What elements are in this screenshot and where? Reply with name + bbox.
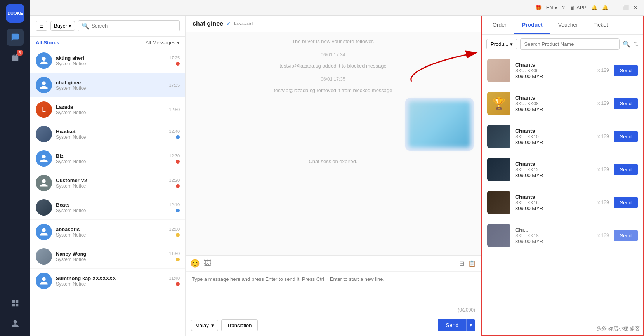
chat-item-time: 12:00 — [169, 227, 180, 232]
lang-selector[interactable]: EN ▾ — [546, 5, 557, 10]
buyer-filter-btn[interactable]: Buyer ▾ — [50, 21, 75, 31]
unread-badge — [176, 258, 180, 261]
chat-list-item[interactable]: L Lazada System Notice 12:50 — [30, 97, 185, 122]
chat-list-item[interactable]: Biz System Notice 12:30 — [30, 146, 185, 171]
send-arrow-btn[interactable]: ▾ — [466, 319, 475, 331]
product-item: Chiants SKU: KK10 309.00 MYR x 129 Send — [482, 120, 643, 153]
maximize-btn[interactable]: ⬜ — [623, 5, 629, 10]
product-item: Chiants SKU: KK12 309.00 MYR x 129 Send — [482, 153, 643, 186]
all-stores-label[interactable]: All Stores — [36, 40, 59, 45]
send-btn-group: Send ▾ — [438, 319, 475, 331]
chat-input-area: 😊 🖼 ⊞ 📋 (0/2000) Malay ▾ Translati — [186, 255, 481, 336]
gift-icon-topbar[interactable]: 🎁 — [535, 5, 542, 10]
product-name: Chiants — [515, 95, 593, 101]
product-image — [487, 59, 510, 82]
menu-icon-btn[interactable]: ☰ — [36, 21, 47, 31]
image-icon[interactable]: 🖼 — [204, 259, 212, 268]
template-icon[interactable]: ⊞ — [459, 260, 464, 267]
chat-list-item[interactable]: Beats System Notice 12:10 — [30, 195, 185, 220]
chat-item-preview: System Notice — [56, 85, 165, 91]
product-price: 309.00 MYR — [515, 239, 593, 244]
sidebar-icon-chat[interactable] — [7, 29, 24, 46]
tab-order[interactable]: Order — [485, 16, 514, 34]
top-bar: 🎁 EN ▾ ? 🖥 APP 🔔 🔔 — ⬜ ✕ — [30, 0, 644, 16]
product-send-btn[interactable]: Send — [614, 98, 638, 109]
avatar — [36, 224, 52, 240]
tab-product[interactable]: Product — [514, 16, 550, 34]
app-logo[interactable]: DUOKE — [6, 4, 24, 23]
product-item: Chiants SKU: KK16 309.00 MYR x 129 Send — [482, 186, 643, 219]
close-btn[interactable]: ✕ — [634, 5, 638, 10]
note-icon[interactable]: 📋 — [468, 260, 476, 267]
chat-item-name: akting aheri — [56, 55, 165, 61]
search-icon-product[interactable]: 🔍 — [623, 40, 630, 48]
chat-item-name: abbasoris — [56, 226, 165, 232]
chat-list-item[interactable]: akting aheri System Notice 17:25 — [30, 49, 185, 73]
chat-list-item[interactable]: chat ginee System Notice 17:35 — [30, 73, 185, 97]
panels-container: ☰ Buyer ▾ 🔍 All Stores All Messages ▾ — [30, 16, 644, 336]
notification-icon[interactable]: 🔔 — [602, 5, 608, 10]
chat-list-item[interactable]: Nancy Wong System Notice 11:50 — [30, 244, 185, 269]
sidebar-icon-shop[interactable]: 6 — [7, 49, 24, 66]
product-search-input[interactable] — [520, 38, 620, 50]
search-input[interactable] — [92, 23, 176, 29]
chat-list-subheader: All Stores All Messages ▾ — [30, 37, 185, 49]
search-box[interactable]: 🔍 — [78, 20, 180, 31]
avatar — [36, 175, 52, 191]
chat-list-item[interactable]: Sumthong kap XXXXXXX System Notice 11:40 — [30, 269, 185, 293]
chat-input-toolbar: 😊 🖼 ⊞ 📋 — [186, 256, 481, 272]
product-send-btn[interactable]: Send — [614, 164, 638, 175]
product-search-bar: Produ... ▾ 🔍 ⇅ — [482, 35, 643, 54]
chat-list-item[interactable]: abbasoris System Notice 12:00 — [30, 220, 185, 244]
product-name: Chiants — [515, 62, 593, 68]
send-button[interactable]: Send — [438, 319, 466, 331]
message-input[interactable] — [186, 272, 481, 303]
minimize-btn[interactable]: — — [613, 5, 618, 10]
all-messages-dropdown[interactable]: All Messages ▾ — [146, 40, 180, 45]
volume-icon[interactable]: 🔔 — [591, 5, 597, 10]
sidebar-icon-grid[interactable] — [7, 295, 24, 312]
product-sku: SKU: KK08 — [515, 101, 593, 106]
filter-sort-icon[interactable]: ⇅ — [634, 40, 639, 48]
translation-btn[interactable]: Translation — [221, 319, 258, 331]
main-content: 🎁 EN ▾ ? 🖥 APP 🔔 🔔 — ⬜ ✕ ☰ Buyer ▾ — [30, 0, 644, 336]
chat-list-panel: ☰ Buyer ▾ 🔍 All Stores All Messages ▾ — [30, 16, 186, 336]
emoji-icon[interactable]: 😊 — [190, 259, 200, 268]
help-icon[interactable]: ? — [562, 5, 565, 10]
lang-dropdown[interactable]: Malay ▾ — [191, 320, 218, 331]
msg-follower: The buyer is now your store follower. — [193, 38, 474, 44]
chat-item-time: 17:25 — [169, 56, 180, 60]
chat-header-sub: lazada.id — [234, 21, 253, 26]
product-sku: SKU: KK12 — [515, 167, 593, 172]
product-send-btn[interactable]: Send — [614, 131, 638, 142]
product-stock: x 129 — [597, 134, 609, 139]
chat-list-item[interactable]: Customer V2 System Notice 12:20 — [30, 171, 185, 195]
app-btn[interactable]: 🖥 APP — [569, 5, 587, 11]
product-item: Chi... SKU: KK18 309.00 MYR x 129 Send — [482, 219, 643, 252]
product-filter-btn[interactable]: Produ... ▾ — [486, 39, 517, 49]
tab-voucher[interactable]: Voucher — [550, 16, 586, 34]
msg-time-1: 06/01 17:34 — [193, 52, 474, 57]
product-send-btn[interactable]: Send — [614, 65, 638, 76]
chat-item-preview: System Notice — [56, 208, 165, 213]
product-image — [487, 158, 510, 181]
chat-item-name: chat ginee — [56, 80, 165, 85]
chat-item-time: 11:50 — [169, 251, 180, 256]
avatar: L — [36, 101, 52, 118]
product-list: Chiants SKU: KK06 309.00 MYR x 129 Send … — [482, 54, 643, 335]
product-item: Chiants SKU: KK06 309.00 MYR x 129 Send — [482, 54, 643, 87]
chat-expired-msg: Chat session expired. — [193, 155, 474, 167]
chat-list-item[interactable]: Headset System Notice 12:40 — [30, 122, 185, 146]
avatar — [36, 77, 52, 93]
avatar — [36, 248, 52, 265]
msg-blocked: testvip@lazada.sg added it to blocked me… — [193, 63, 474, 69]
msg-time-2: 06/01 17:35 — [193, 77, 474, 82]
product-image — [487, 224, 510, 247]
avatar — [36, 199, 52, 216]
chat-item-preview: System Notice — [56, 183, 165, 189]
tab-ticket[interactable]: Ticket — [586, 16, 616, 34]
unread-badge — [176, 135, 180, 139]
sidebar-icon-user[interactable] — [7, 315, 24, 332]
product-send-btn[interactable]: Send — [614, 230, 638, 241]
product-send-btn[interactable]: Send — [614, 197, 638, 208]
